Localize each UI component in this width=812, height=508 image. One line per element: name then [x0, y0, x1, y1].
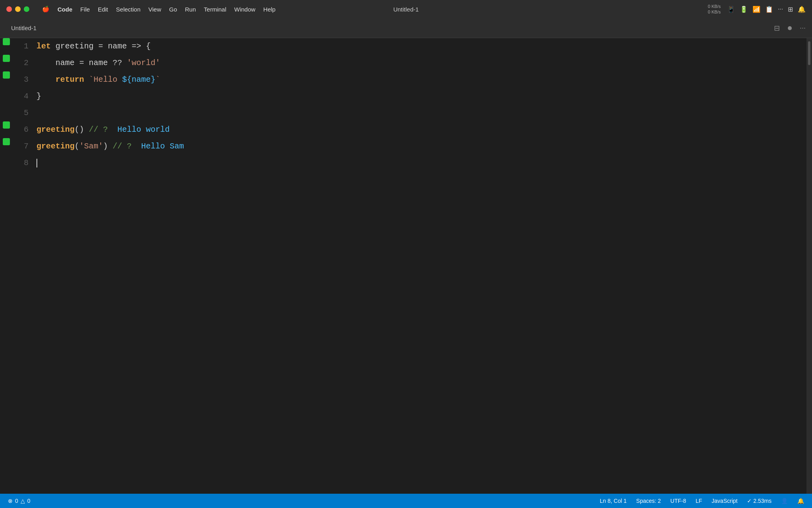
menu-terminal[interactable]: Terminal — [204, 6, 226, 13]
line-number-6: 6 — [13, 121, 36, 138]
code-editor[interactable]: 1 let greeting = name => { 2 name = name… — [0, 38, 812, 494]
split-editor-icon[interactable]: ⊟ — [774, 24, 780, 33]
warnings-count: 0 — [27, 498, 31, 504]
menu-items: 🍎 Code File Edit Selection View Go Run T… — [42, 6, 276, 13]
menu-file[interactable]: File — [80, 6, 90, 13]
line-content-3: return `Hello ${name}` — [36, 71, 812, 88]
line-number-8: 8 — [13, 155, 36, 171]
minimize-button[interactable] — [15, 6, 21, 12]
line-content-1: let greeting = name => { — [36, 38, 812, 55]
quokka-status[interactable]: ✓ 2.53ms — [747, 498, 772, 504]
line-ending-status[interactable]: LF — [695, 498, 702, 504]
menu-selection[interactable]: Selection — [116, 6, 141, 13]
network-status: 0 KB/s 0 KB/s — [708, 4, 720, 15]
unsaved-dot — [788, 26, 792, 30]
run-indicator-6 — [0, 121, 13, 129]
line-number-5: 5 — [13, 105, 36, 121]
line-content-7: greeting('Sam') // ? Hello Sam — [36, 138, 812, 155]
run-indicator-8 — [0, 155, 13, 162]
statusbar: ⊗ 0 △ 0 Ln 8, Col 1 Spaces: 2 UTF-8 LF J… — [0, 494, 812, 508]
menu-window[interactable]: Window — [234, 6, 255, 13]
controlcenter-icon: ⊞ — [788, 6, 793, 13]
spaces-status[interactable]: Spaces: 2 — [636, 498, 661, 504]
statusbar-right: Ln 8, Col 1 Spaces: 2 UTF-8 LF JavaScrip… — [600, 498, 804, 504]
window-title: Untitled-1 — [393, 6, 419, 13]
menu-edit[interactable]: Edit — [98, 6, 108, 13]
table-row: 4 } — [0, 88, 812, 105]
menu-run[interactable]: Run — [185, 6, 196, 13]
run-indicator-5 — [0, 105, 13, 112]
scrollbar-thumb — [808, 41, 810, 65]
line-number-1: 1 — [13, 38, 36, 55]
errors-count: 0 — [15, 498, 18, 504]
menu-code[interactable]: Code — [57, 6, 73, 13]
dots-icon: ··· — [778, 6, 783, 13]
close-button[interactable] — [6, 6, 12, 12]
menubar: 🍎 Code File Edit Selection View Go Run T… — [0, 0, 812, 18]
tabbar: Untitled-1 ⊟ ··· — [0, 18, 812, 38]
line-number-2: 2 — [13, 55, 36, 71]
run-indicator-3 — [0, 71, 13, 79]
editor-container: 1 let greeting = name => { 2 name = name… — [0, 38, 812, 494]
menu-help[interactable]: Help — [263, 6, 276, 13]
run-indicator-4 — [0, 88, 13, 95]
line-col-status[interactable]: Ln 8, Col 1 — [600, 498, 627, 504]
errors-status[interactable]: ⊗ 0 △ 0 — [8, 498, 31, 504]
editor-tab[interactable]: Untitled-1 — [6, 22, 41, 34]
line-content-8 — [36, 155, 812, 171]
statusbar-left: ⊗ 0 △ 0 — [8, 498, 31, 504]
wifi-icon: 📶 — [753, 6, 760, 13]
table-row: 5 — [0, 105, 812, 121]
person-icon: 👤 — [781, 498, 788, 504]
line-number-4: 4 — [13, 88, 36, 105]
table-row: 1 let greeting = name => { — [0, 38, 812, 55]
error-icon: ⊗ — [8, 498, 13, 504]
editor-scrollbar[interactable] — [806, 38, 812, 494]
notification-icon: 🔔 — [798, 6, 806, 13]
more-actions-icon[interactable]: ··· — [800, 24, 806, 32]
encoding-status[interactable]: UTF-8 — [670, 498, 686, 504]
menubar-right: 0 KB/s 0 KB/s 📱 🔋 📶 📋 ··· ⊞ 🔔 — [708, 4, 806, 15]
table-row: 8 — [0, 155, 812, 171]
table-row: 3 return `Hello ${name}` — [0, 71, 812, 88]
line-number-3: 3 — [13, 71, 36, 88]
menu-apple[interactable]: 🍎 — [42, 6, 50, 13]
clipboard-icon: 📋 — [765, 6, 773, 13]
tab-actions: ⊟ ··· — [774, 24, 806, 33]
run-indicator-7 — [0, 138, 13, 145]
table-row: 6 greeting() // ? Hello world — [0, 121, 812, 138]
language-status[interactable]: JavaScript — [712, 498, 737, 504]
table-row: 7 greeting('Sam') // ? Hello Sam — [0, 138, 812, 155]
maximize-button[interactable] — [24, 6, 29, 12]
iphone-icon: 📱 — [727, 6, 735, 13]
menu-go[interactable]: Go — [169, 6, 177, 13]
line-number-7: 7 — [13, 138, 36, 155]
line-content-4: } — [36, 88, 812, 105]
run-indicator-1 — [0, 38, 13, 45]
menubar-system-icons: 📱 🔋 📶 📋 ··· ⊞ 🔔 — [727, 6, 806, 13]
line-content-2: name = name ?? 'world' — [36, 55, 812, 71]
table-row: 2 name = name ?? 'world' — [0, 55, 812, 71]
run-indicator-2 — [0, 55, 13, 62]
tab-label: Untitled-1 — [11, 25, 36, 31]
warning-icon: △ — [21, 498, 25, 504]
menu-view[interactable]: View — [148, 6, 161, 13]
battery-icon: 🔋 — [740, 6, 748, 13]
traffic-lights — [6, 6, 29, 12]
line-content-6: greeting() // ? Hello world — [36, 121, 812, 138]
bell-icon: 🔔 — [797, 498, 804, 504]
